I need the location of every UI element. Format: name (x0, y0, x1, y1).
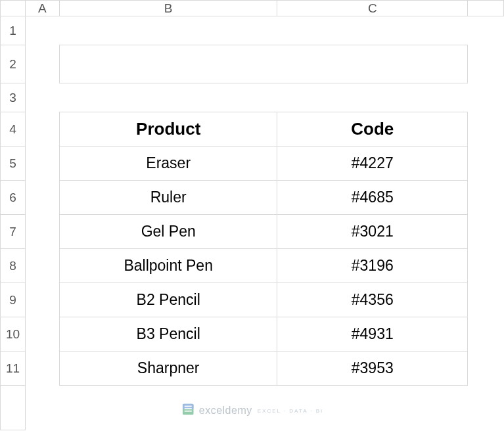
table-row[interactable]: #4356 (277, 283, 468, 317)
table-row[interactable]: Gel Pen (59, 215, 277, 249)
cell-A7[interactable] (25, 215, 59, 249)
cell-pad-4 (468, 112, 504, 147)
table-row[interactable]: #4227 (277, 147, 468, 181)
cell-A4[interactable] (25, 112, 59, 147)
table-row[interactable]: Sharpner (59, 352, 277, 386)
cell-pad-6 (468, 181, 504, 215)
row-header-1[interactable]: 1 (1, 16, 26, 45)
cell-A9[interactable] (25, 283, 59, 317)
col-header-C[interactable]: C (277, 1, 468, 16)
watermark-tagline: EXCEL · DATA · BI (258, 408, 324, 414)
cell-A11[interactable] (25, 352, 59, 386)
cell-A6[interactable] (25, 181, 59, 215)
row-header-6[interactable]: 6 (1, 181, 26, 215)
exceldemy-logo-icon (181, 402, 195, 419)
cell-pad-11 (468, 352, 504, 386)
cell-pad-7 (468, 215, 504, 249)
row-header-10[interactable]: 10 (1, 317, 26, 352)
cell-blank-row1[interactable] (25, 16, 503, 45)
cell-pad-5 (468, 147, 504, 181)
table-row[interactable]: B2 Pencil (59, 283, 277, 317)
row-header-pad (1, 386, 26, 430)
row-header-5[interactable]: 5 (1, 147, 26, 181)
col-header-pad (468, 1, 504, 16)
col-header-A[interactable]: A (25, 1, 59, 16)
watermark-brand: exceldemy (199, 405, 252, 417)
table-header-product[interactable]: Product (59, 112, 277, 147)
table-row[interactable]: Eraser (59, 147, 277, 181)
table-row[interactable]: #4931 (277, 317, 468, 352)
row-header-3[interactable]: 3 (1, 83, 26, 112)
row-header-7[interactable]: 7 (1, 215, 26, 249)
table-row[interactable]: Ballpoint Pen (59, 249, 277, 283)
banner-overview[interactable]: Overview (59, 45, 467, 83)
table-row[interactable]: #4685 (277, 181, 468, 215)
cell-pad-8 (468, 249, 504, 283)
table-row[interactable]: #3021 (277, 215, 468, 249)
cell-A8[interactable] (25, 249, 59, 283)
table-header-code[interactable]: Code (277, 112, 468, 147)
select-all-corner[interactable] (1, 1, 26, 16)
table-row[interactable]: B3 Pencil (59, 317, 277, 352)
cell-pad-9 (468, 283, 504, 317)
svg-rect-2 (184, 406, 191, 407)
cell-blank-row3[interactable] (25, 83, 503, 112)
row-header-9[interactable]: 9 (1, 283, 26, 317)
svg-rect-4 (184, 411, 191, 412)
row-header-8[interactable]: 8 (1, 249, 26, 283)
row-header-11[interactable]: 11 (1, 352, 26, 386)
cell-A10[interactable] (25, 317, 59, 352)
spreadsheet-grid[interactable]: A B C 1 2 Overview 3 4 Product Code 5 Er… (0, 0, 504, 430)
row-header-4[interactable]: 4 (1, 112, 26, 147)
cell-pad-10 (468, 317, 504, 352)
table-row[interactable]: #3953 (277, 352, 468, 386)
svg-rect-3 (184, 408, 191, 409)
cell-pad-2 (468, 45, 504, 83)
row-header-2[interactable]: 2 (1, 45, 26, 83)
cell-A2[interactable] (25, 45, 59, 83)
table-row[interactable]: Ruler (59, 181, 277, 215)
watermark: exceldemy EXCEL · DATA · BI (181, 402, 324, 419)
col-header-B[interactable]: B (59, 1, 277, 16)
cell-A5[interactable] (25, 147, 59, 181)
table-row[interactable]: #3196 (277, 249, 468, 283)
